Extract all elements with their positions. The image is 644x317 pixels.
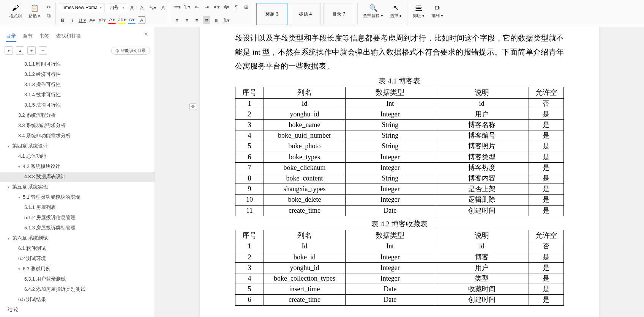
- borders-button[interactable]: ⊞: [242, 3, 250, 11]
- select-label: 选择 ▾: [390, 13, 402, 19]
- toc-item[interactable]: 3.1.3 操作可行性: [0, 80, 155, 90]
- align-right-button[interactable]: ≡: [193, 16, 200, 24]
- align-justify-button[interactable]: ≡: [203, 16, 210, 24]
- clear-format-button[interactable]: A̸: [159, 4, 167, 11]
- table-row: 3boke_nameString博客名称是: [235, 120, 564, 130]
- toc-item-label: 3.4 系统非功能需求分析: [18, 133, 71, 139]
- shading-button[interactable]: A▾: [128, 16, 136, 24]
- table-cell: 4: [235, 273, 264, 284]
- table-caption: 表 4.1 博客表: [235, 76, 564, 86]
- toc-item-label: 6.1 软件测试: [18, 245, 46, 252]
- toc-item[interactable]: ▾第五章 系统实现: [0, 182, 155, 192]
- increase-font-button[interactable]: A⁺: [129, 4, 137, 11]
- sidebar-tab-1[interactable]: 章节: [23, 31, 33, 42]
- italic-button[interactable]: I: [69, 16, 76, 24]
- table-cell: 7: [235, 162, 264, 173]
- sidebar-close-button[interactable]: ✕: [144, 31, 148, 42]
- font-group: Times New Roma▾ 四号▾ A⁺ A⁻ ᴬₐ▾ A̸ B I U ▾…: [56, 2, 170, 25]
- toc-item[interactable]: 3.2 系统流程分析: [0, 110, 155, 121]
- toc-item[interactable]: 4.1 总体功能: [0, 151, 155, 162]
- find-replace-button[interactable]: 🔍 查找替换 ▾: [361, 3, 385, 19]
- toc-item[interactable]: 3.1.5 法律可行性: [0, 100, 155, 110]
- table-cell: Integer: [345, 252, 435, 262]
- align-left-button[interactable]: ≡: [173, 16, 181, 24]
- table-row: 5insert_timeDate收藏时间是: [235, 284, 564, 295]
- toc-item[interactable]: ▾6.3 测试用例: [0, 264, 155, 274]
- align-text-button[interactable]: ₳▾: [223, 3, 230, 11]
- toc-item[interactable]: 5.1.2 房屋投诉信息管理: [0, 213, 155, 223]
- sidebar-tab-3[interactable]: 查找和替换: [56, 31, 81, 42]
- toc-item[interactable]: 6.1 软件测试: [0, 243, 155, 254]
- toc-item[interactable]: 5.1.1 房屋列表: [0, 202, 155, 213]
- line-spacing-button[interactable]: ⇅▾: [223, 16, 230, 24]
- toc-item[interactable]: ▾5.1 管理员功能模块的实现: [0, 192, 155, 202]
- table-cell: Integer: [345, 273, 435, 284]
- toc-item[interactable]: 3.1.1 时间可行性: [0, 59, 155, 69]
- toc-item[interactable]: ▾第六章 系统测试: [0, 233, 155, 243]
- toc-item[interactable]: 6.3.1 用户登录测试: [0, 274, 155, 284]
- decrease-font-button[interactable]: A⁻: [139, 4, 147, 11]
- superscript-button[interactable]: X²▾: [98, 16, 106, 24]
- highlight-button[interactable]: ab▾: [118, 16, 126, 24]
- increase-indent-button[interactable]: ⇥: [203, 3, 210, 11]
- paste-button[interactable]: 📋 粘贴 ▾: [26, 3, 43, 20]
- pilcrow-button[interactable]: ¶: [232, 3, 240, 11]
- strikethrough-button[interactable]: A̶▾: [88, 16, 96, 24]
- table-cell: create_time: [264, 205, 346, 216]
- style-item-2[interactable]: 目录 7: [323, 3, 354, 25]
- sidebar-tab-2[interactable]: 书签: [39, 31, 49, 42]
- layout-button[interactable]: 亖 排版 ▾: [410, 3, 427, 19]
- toc-collapse-button[interactable]: ▾: [5, 46, 13, 55]
- toc-item[interactable]: 5.1.3 房屋投诉类型管理: [0, 223, 155, 233]
- toc-item-label: 第六章 系统测试: [12, 235, 48, 242]
- style-item-0[interactable]: 标题 3: [256, 3, 287, 25]
- toc-remove-button[interactable]: －: [39, 46, 47, 55]
- bullets-button[interactable]: ≔▾: [173, 3, 181, 11]
- font-name-select[interactable]: Times New Roma▾: [59, 3, 104, 12]
- arrange-button[interactable]: ⧉ 排列 ▾: [429, 3, 445, 19]
- sidebar-tab-0[interactable]: 目录: [6, 31, 16, 42]
- copy-button[interactable]: ⧉: [45, 12, 52, 20]
- toc-expand-button[interactable]: ▴: [16, 46, 24, 55]
- toc-item[interactable]: 参考文献: [0, 315, 155, 317]
- toc-item[interactable]: 3.4 系统非功能需求分析: [0, 131, 155, 141]
- recognize-toc-button[interactable]: ◎智能识别目录: [111, 47, 150, 55]
- decrease-indent-button[interactable]: ⇤: [193, 3, 200, 11]
- select-button[interactable]: ↖ 选择 ▾: [388, 3, 404, 19]
- toc-item-label: 6.4.2 添加房屋投诉类别测试: [24, 286, 85, 293]
- toc-item[interactable]: 结 论: [0, 305, 155, 315]
- toc-item[interactable]: ▾4.2 系统模块设计: [0, 162, 155, 172]
- text-direction-button[interactable]: ✕▾: [213, 3, 220, 11]
- toc-item-label: 5.1 管理员功能模块的实现: [23, 194, 80, 201]
- cut-button[interactable]: ✂: [45, 3, 52, 11]
- toc-item[interactable]: 3.3 系统功能需求分析: [0, 121, 155, 131]
- font-size-select[interactable]: 四号▾: [107, 3, 127, 12]
- toc-item-label: 4.2 系统模块设计: [23, 163, 60, 170]
- table-cell: Int: [345, 241, 435, 252]
- document-area[interactable]: ✥ 段设计以及字段类型和字段长度等信息都要考虑周到才行，比如时间这个字段，它的数…: [155, 27, 644, 317]
- format-painter-button[interactable]: 🖌 格式刷: [7, 3, 24, 20]
- toc-item[interactable]: 6.2 测试环境: [0, 254, 155, 264]
- bold-button[interactable]: B: [59, 16, 66, 24]
- font-color-button[interactable]: A▾: [108, 16, 116, 24]
- toc-item[interactable]: 3.1.2 经济可行性: [0, 69, 155, 80]
- toc-item[interactable]: 6.5 测试结果: [0, 295, 155, 305]
- underline-button[interactable]: U ▾: [79, 16, 86, 24]
- distribute-button[interactable]: ⫼: [213, 16, 220, 24]
- toc-item[interactable]: ▾第四章 系统设计: [0, 141, 155, 151]
- table-row: 2boke_idInteger博客是: [235, 252, 564, 262]
- toc-item[interactable]: 4.3.3 数据库表设计: [0, 172, 155, 182]
- table-anchor-icon[interactable]: ✥: [189, 103, 196, 110]
- toc-item[interactable]: 6.4.2 添加房屋投诉类别测试: [0, 284, 155, 295]
- table-cell: boke_name: [264, 120, 346, 130]
- align-center-button[interactable]: ≡: [183, 16, 191, 24]
- style-item-1[interactable]: 标题 4: [290, 3, 321, 25]
- char-border-button[interactable]: A: [138, 16, 145, 24]
- numbering-button[interactable]: ⒈▾: [183, 3, 191, 11]
- toc-item[interactable]: 3.1.4 技术可行性: [0, 90, 155, 100]
- change-case-button[interactable]: ᴬₐ▾: [149, 4, 157, 11]
- toc-add-button[interactable]: ＋: [27, 46, 36, 55]
- toc-item-label: 5.1.1 房屋列表: [24, 204, 56, 211]
- table-row: 9shangxia_typesInteger是否上架是: [235, 184, 564, 195]
- table-cell: String: [345, 120, 435, 130]
